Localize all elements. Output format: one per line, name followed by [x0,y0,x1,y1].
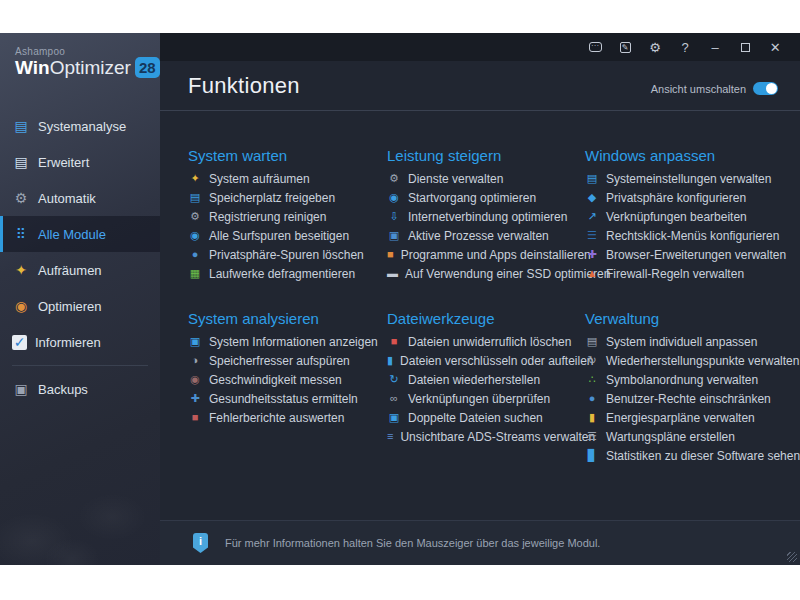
sidebar-item-label: Aufräumen [38,263,102,278]
chart-icon: ▤ [12,154,30,170]
module-link-label: Internetverbindung optimieren [408,210,567,224]
sidebar-item-informieren[interactable]: ✓Informieren [0,324,160,360]
module-link-label: Speicherfresser aufspüren [209,354,350,368]
module-link-label: Dateien unwiderruflich löschen [408,335,571,349]
module-link-label: Verknüpfungen bearbeiten [606,210,747,224]
module-link-fehlerberichte-auswerten[interactable]: ■Fehlerberichte auswerten [188,408,387,427]
module-link-verkn-pfungen-berpr-fen[interactable]: ∞Verknüpfungen überprüfen [387,389,585,408]
module-link-verkn-pfungen-bearbeiten[interactable]: ↗Verknüpfungen bearbeiten [585,207,800,226]
report-check-icon: ✓ [12,335,27,350]
module-link-programme-und-apps-deinstallieren[interactable]: ■Programme und Apps deinstallieren [387,245,585,264]
module-link-system-aufr-umen[interactable]: ✦System aufräumen [188,169,387,188]
view-toggle-label: Ansicht umschalten [651,83,746,95]
module-link-privatsph-re-spuren-l-schen[interactable]: ●Privatsphäre-Spuren löschen [188,245,387,264]
sidebar-item-backups[interactable]: ▣Backups [0,371,160,407]
maximize-icon-shape [741,43,750,52]
resize-grip-icon[interactable] [787,552,797,562]
sidebar-item-automatik[interactable]: ⚙Automatik [0,180,160,216]
module-link-label: Unsichtbare ADS-Streams verwalten [400,430,595,444]
sidebar-item-systemanalyse[interactable]: ▤Systemanalyse [0,108,160,144]
group-system-warten: System warten✦System aufräumen▤Speicherp… [188,147,387,283]
uninstall-box-icon: ■ [387,248,394,261]
module-link-label: Systemeinstellungen verwalten [606,172,771,186]
modules-grid-icon: ⠿ [12,226,30,242]
module-link-laufwerke-defragmentieren[interactable]: ▦Laufwerke defragmentieren [188,264,387,283]
module-link-browser-erweiterungen-verwalten[interactable]: ✚Browser-Erweiterungen verwalten [585,245,800,264]
module-link-doppelte-dateien-suchen[interactable]: ▣Doppelte Dateien suchen [387,408,585,427]
module-link-wartungspl-ne-erstellen[interactable]: ☰Wartungspläne erstellen [585,427,800,446]
group-windows-anpassen: Windows anpassen▤Systemeinstellungen ver… [585,147,800,283]
logo-product: WinOptimizer28 [15,57,160,79]
sidebar-item-erweitert[interactable]: ▤Erweitert [0,144,160,180]
battery-icon: ▮ [585,411,599,424]
group-title: System analysieren [188,310,387,327]
module-link-label: System aufräumen [209,172,310,186]
benchmark-gauge-icon: ◉ [188,373,202,386]
module-link-alle-surfspuren-beseitigen[interactable]: ◉Alle Surfspuren beseitigen [188,226,387,245]
module-link-label: Wartungspläne erstellen [606,430,735,444]
sidebar-item-aufr-umen[interactable]: ✦Aufräumen [0,252,160,288]
settings-gear-icon[interactable]: ⚙ [640,36,670,58]
module-link-energiesparpl-ne-verwalten[interactable]: ▮Energiesparpläne verwalten [585,408,800,427]
registry-gears-icon: ⚙ [188,210,202,223]
module-link-system-individuell-anpassen[interactable]: ▤System individuell anpassen [585,332,800,351]
news-edit-icon-shape: ✎ [620,42,631,53]
startup-icon: ◉ [387,191,401,204]
help-icon[interactable]: ? [670,36,700,58]
module-link-gesundheitsstatus-ermitteln[interactable]: ✚Gesundheitsstatus ermitteln [188,389,387,408]
module-link-geschwindigkeit-messen[interactable]: ◉Geschwindigkeit messen [188,370,387,389]
module-link-startvorgang-optimieren[interactable]: ◉Startvorgang optimieren [387,188,585,207]
defrag-blocks-icon: ▦ [188,267,202,280]
sidebar-item-optimieren[interactable]: ◉Optimieren [0,288,160,324]
privacy-eye-icon: ● [188,248,202,261]
sidebar-item-alle-module[interactable]: ⠿Alle Module [0,216,160,252]
module-link-benutzer-rechte-einschr-nken[interactable]: ●Benutzer-Rechte einschränken [585,389,800,408]
module-link-symbolanordnung-verwalten[interactable]: ∴Symbolanordnung verwalten [585,370,800,389]
module-link-dateien-wiederherstellen[interactable]: ↻Dateien wiederherstellen [387,370,585,389]
module-link-label: Statistiken zu dieser Software sehen [606,449,800,463]
module-link-unsichtbare-ads-streams-verwalten[interactable]: ≡Unsichtbare ADS-Streams verwalten [387,427,585,446]
error-report-icon: ■ [188,411,202,424]
module-link-dienste-verwalten[interactable]: ⚙Dienste verwalten [387,169,585,188]
view-toggle-switch[interactable] [753,82,778,95]
module-link-label: Geschwindigkeit messen [209,373,342,387]
module-groups: System warten✦System aufräumen▤Speicherp… [160,111,800,465]
group-title: Leistung steigern [387,147,585,164]
module-link-label: Dateien wiederherstellen [408,373,540,387]
toggle-knob [766,83,777,94]
minimize-icon[interactable]: – [700,36,730,58]
module-link-speicherplatz-freigeben[interactable]: ▤Speicherplatz freigeben [188,188,387,207]
module-link-privatsph-re-konfigurieren[interactable]: ◆Privatsphäre konfigurieren [585,188,800,207]
maximize-icon[interactable] [730,36,760,58]
sidebar-item-label: Systemanalyse [38,119,126,134]
firewall-flame-icon: ▲ [585,267,599,280]
news-edit-icon[interactable]: ✎ [610,36,640,58]
module-link-firewall-regeln-verwalten[interactable]: ▲Firewall-Regeln verwalten [585,264,800,283]
group-title: Windows anpassen [585,147,800,164]
storage-analyzer-icon: ◑ [188,354,202,367]
health-status-icon: ✚ [188,392,202,405]
module-link-system-informationen-anzeigen[interactable]: ▣System Informationen anzeigen [188,332,387,351]
user-rights-icon: ● [585,392,599,405]
module-link-systemeinstellungen-verwalten[interactable]: ▤Systemeinstellungen verwalten [585,169,800,188]
module-link-wiederherstellungspunkte-verwalten[interactable]: ↻Wiederherstellungspunkte verwalten [585,351,800,370]
logo-brand: Ashampoo [15,46,160,57]
module-link-aktive-prozesse-verwalten[interactable]: ▣Aktive Prozesse verwalten [387,226,585,245]
module-link-dateien-verschl-sseln-oder-aufteilen[interactable]: ▮Dateien verschlüsseln oder aufteilen [387,351,585,370]
module-link-dateien-unwiderruflich-l-schen[interactable]: ■Dateien unwiderruflich löschen [387,332,585,351]
logo-product-bold: Win [15,57,50,78]
module-link-label: System individuell anpassen [606,335,757,349]
close-icon[interactable]: ✕ [760,36,790,58]
module-link-speicherfresser-aufsp-ren[interactable]: ◑Speicherfresser aufspüren [188,351,387,370]
sidebar-item-label: Alle Module [38,227,106,242]
module-link-registrierung-reinigen[interactable]: ⚙Registrierung reinigen [188,207,387,226]
module-link-auf-verwendung-einer-ssd-optimieren[interactable]: ▬Auf Verwendung einer SSD optimieren [387,264,585,283]
module-link-rechtsklick-men-s-konfigurieren[interactable]: ☰Rechtsklick-Menüs konfigurieren [585,226,800,245]
feedback-bubble-icon[interactable]: ··· [580,36,610,58]
module-link-internetverbindung-optimieren[interactable]: ⇩Internetverbindung optimieren [387,207,585,226]
main-pane: ···✎⚙?–✕ Funktionen Ansicht umschalten S… [160,33,800,565]
broom-icon: ✦ [188,172,202,185]
statistics-icon: ▊ [585,449,599,462]
titlebar: ···✎⚙?–✕ [160,33,800,61]
module-link-statistiken-zu-dieser-software-sehen[interactable]: ▊Statistiken zu dieser Software sehen [585,446,800,465]
